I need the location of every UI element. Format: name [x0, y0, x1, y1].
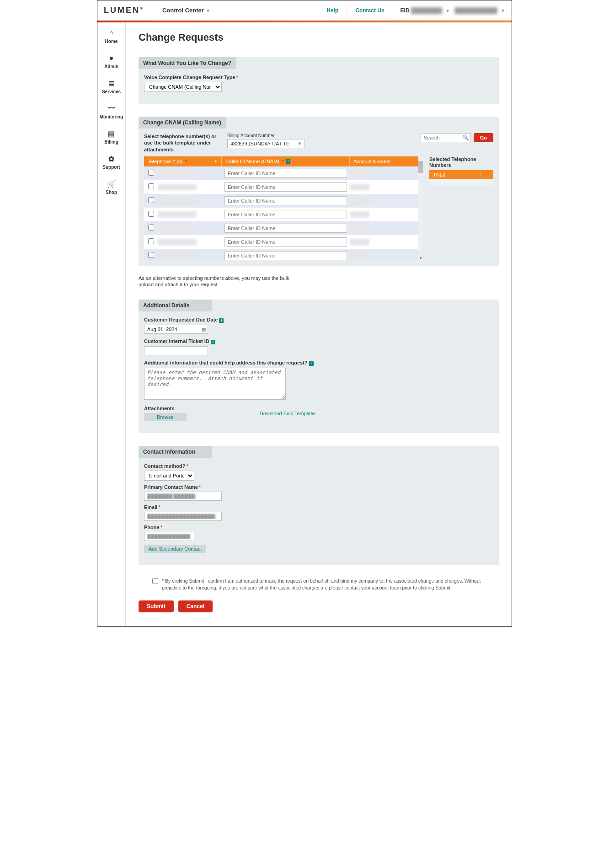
attachments-label: Attachments: [144, 406, 187, 411]
contact-link[interactable]: Contact Us: [355, 7, 384, 14]
table-row: ███████████████: [144, 194, 423, 208]
col-telephone[interactable]: Telephone # (s)* ▲: [144, 156, 222, 166]
selected-tn-col: TN(s): [433, 172, 481, 177]
scrollbar[interactable]: ▼: [418, 156, 423, 260]
row-checkbox[interactable]: [148, 170, 154, 176]
cnam-input[interactable]: [224, 169, 347, 178]
due-date-label: Customer Requested Due Date i: [144, 317, 493, 323]
what-change-panel: What Would You Like To Change? Voice Com…: [139, 57, 499, 104]
logo: LUMEN®: [104, 5, 144, 15]
scroll-down-icon[interactable]: ▼: [418, 256, 423, 260]
ban-select[interactable]: 482639 (SUNDAY UAT TE ▼: [227, 139, 305, 148]
row-checkbox[interactable]: [148, 211, 154, 217]
info-icon[interactable]: i: [286, 159, 290, 164]
sidebar-item-home[interactable]: ⌂ Home: [97, 29, 125, 44]
sidebar-item-services[interactable]: ≣ Services: [97, 79, 125, 94]
confirm-text: * By clicking Submit I confirm I am auth…: [162, 578, 485, 591]
user-menu[interactable]: ███████████ ▼: [454, 7, 505, 14]
chevron-down-icon: ▼: [501, 8, 505, 13]
col-account[interactable]: Account Number: [350, 156, 423, 166]
cnam-input[interactable]: [224, 237, 347, 246]
selected-tn-body: [429, 179, 493, 186]
sidebar-item-admin[interactable]: ● Admin: [97, 54, 125, 69]
bulk-note: As an alternative to selecting numbers a…: [139, 275, 289, 288]
telephone-number: ██████████: [158, 170, 197, 177]
monitoring-icon: 〰: [107, 104, 116, 113]
confirm-checkbox[interactable]: [152, 578, 158, 584]
scroll-thumb[interactable]: [418, 161, 423, 173]
primary-name-input[interactable]: [144, 492, 222, 501]
change-type-select[interactable]: Change CNAM (Calling Nam: [144, 82, 222, 92]
chevron-down-icon: ▼: [206, 8, 210, 13]
telephone-number: ██████████: [158, 239, 197, 245]
account-number: █████: [350, 170, 369, 177]
additional-details-panel: Additional Details Customer Requested Du…: [139, 300, 499, 433]
calendar-icon[interactable]: ▦: [202, 327, 206, 332]
row-checkbox[interactable]: [148, 225, 154, 230]
cnam-input[interactable]: [224, 210, 347, 219]
info-icon[interactable]: i: [309, 361, 314, 366]
selected-tn-title: Selected Telephone Numbers: [429, 156, 493, 168]
change-type-label: Voice Complete Change Request Type*: [144, 75, 493, 80]
header: LUMEN® Control Center▼ Help Contact Us E…: [97, 0, 512, 21]
email-label: Email*: [144, 504, 493, 510]
telephone-number: ██████████: [158, 225, 197, 231]
sidebar-item-label: Shop: [106, 190, 117, 195]
chevron-down-icon: ▼: [445, 8, 450, 13]
phone-input[interactable]: [144, 532, 194, 541]
sidebar-item-support[interactable]: ✿ Support: [97, 155, 125, 170]
additional-info-label: Additional information that could help a…: [144, 360, 493, 366]
sidebar-item-monitoring[interactable]: 〰 Monitoring: [97, 104, 125, 119]
row-checkbox[interactable]: [148, 183, 154, 189]
telephone-number: ██████████: [158, 184, 197, 190]
info-icon[interactable]: i: [219, 318, 224, 323]
ban-label: Billing Account Number: [227, 133, 305, 138]
add-secondary-contact-button[interactable]: Add Secondary Contact: [144, 545, 206, 553]
sidebar-item-shop[interactable]: 🛒 Shop: [97, 180, 125, 195]
row-checkbox[interactable]: [148, 197, 154, 203]
cnam-input[interactable]: [224, 196, 347, 205]
submit-button[interactable]: Submit: [139, 600, 174, 612]
sidebar-item-label: Support: [102, 165, 120, 170]
sort-asc-icon: ▲: [214, 159, 218, 163]
email-input[interactable]: [144, 512, 222, 521]
chevron-down-icon: ▼: [298, 141, 302, 146]
contact-method-select[interactable]: Email and Portal: [144, 471, 194, 481]
sidebar-item-label: Admin: [104, 64, 118, 69]
telephone-number: ██████████: [158, 198, 197, 204]
cnam-input[interactable]: [224, 224, 347, 233]
help-link[interactable]: Help: [326, 7, 338, 14]
panel-header: What Would You Like To Change?: [139, 57, 236, 69]
info-icon[interactable]: i: [211, 340, 215, 344]
cnam-input[interactable]: [224, 182, 347, 192]
table-row: ███████████████: [144, 249, 423, 260]
table-row: ███████████████: [144, 180, 423, 194]
go-button[interactable]: Go: [474, 133, 493, 142]
cnam-panel: Change CNAM (Calling Name) Select teleph…: [139, 117, 499, 266]
sidebar-item-label: Home: [105, 39, 118, 44]
panel-header: Contact Information: [139, 446, 212, 458]
services-icon: ≣: [107, 79, 116, 87]
account-number: █████: [350, 225, 369, 231]
cancel-button[interactable]: Cancel: [178, 600, 213, 612]
browse-button[interactable]: Browse: [144, 413, 187, 421]
row-checkbox[interactable]: [148, 238, 154, 244]
due-date-input[interactable]: [144, 325, 208, 334]
page-title: Change Requests: [139, 32, 499, 43]
sidebar-item-billing[interactable]: ▤ Billing: [97, 129, 125, 145]
account-number: █████: [350, 198, 369, 204]
ticket-id-input[interactable]: [144, 346, 208, 355]
additional-info-textarea[interactable]: [144, 368, 286, 400]
cnam-input[interactable]: [224, 251, 347, 260]
ticket-id-label: Customer Internal Ticket ID i: [144, 338, 493, 344]
col-cnam[interactable]: Caller ID Name (CNAM)* i: [222, 156, 350, 166]
table-row: ███████████████: [144, 221, 423, 235]
row-checkbox[interactable]: [148, 252, 154, 258]
account-number: █████: [350, 239, 369, 245]
contact-info-panel: Contact Information Contact method?* Ema…: [139, 446, 499, 565]
product-switcher[interactable]: Control Center▼: [162, 7, 210, 14]
eid-menu[interactable]: EID ████████ ▼: [401, 7, 450, 14]
shop-icon: 🛒: [107, 180, 116, 188]
cnam-instruction: Select telephone number(s) or use the bu…: [144, 133, 222, 153]
download-template-link[interactable]: Download Bulk Template: [260, 411, 315, 416]
